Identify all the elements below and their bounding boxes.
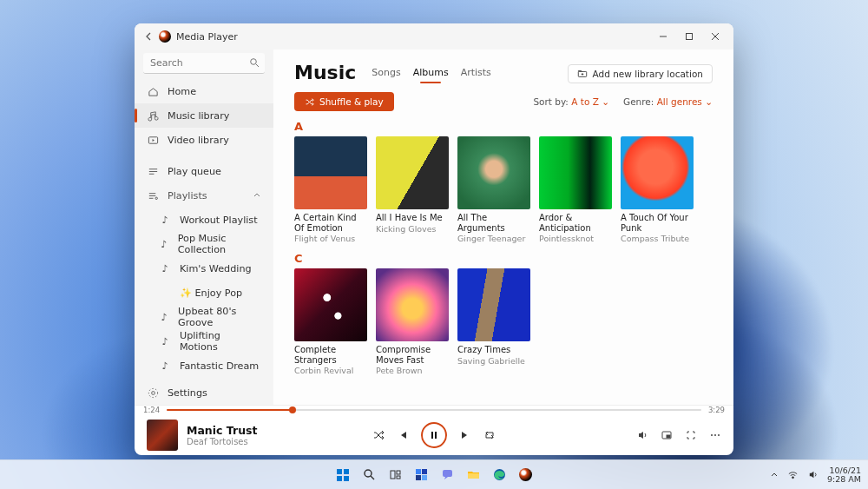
volume-tray-icon[interactable]	[807, 469, 819, 480]
sidebar-playlist-item[interactable]: ♪Workout Playlist	[135, 208, 273, 232]
sidebar-playlist-item[interactable]: ♪Uplifting Motions	[135, 329, 273, 354]
album-item[interactable]: Compromise Moves FastPete Brown	[376, 268, 449, 375]
search-input[interactable]	[143, 53, 265, 74]
mini-player-button[interactable]	[661, 429, 673, 441]
elapsed-time: 1:24	[143, 406, 160, 414]
svg-rect-17	[344, 476, 349, 481]
genre-label: Genre:	[623, 96, 654, 107]
titlebar: Media Player	[135, 23, 733, 50]
queue-icon	[147, 166, 159, 177]
sidebar-item-music-library[interactable]: Music library	[135, 103, 273, 128]
file-explorer-icon[interactable]	[463, 465, 483, 486]
maximize-button[interactable]	[676, 23, 702, 50]
app-title: Media Player	[176, 31, 650, 43]
svg-point-1	[251, 59, 257, 65]
album-cover	[294, 136, 367, 209]
minimize-button[interactable]	[650, 23, 676, 50]
search-box[interactable]	[143, 53, 265, 74]
button-label: Add new library location	[593, 69, 704, 79]
sidebar-item-label: Workout Playlist	[180, 215, 258, 226]
album-artist: Pete Brown	[376, 366, 449, 375]
album-item[interactable]: A Certain Kind Of EmotionFlight of Venus	[294, 136, 367, 243]
start-button[interactable]	[332, 465, 353, 486]
system-clock[interactable]: 10/6/21 9:28 AM	[827, 466, 861, 484]
wifi-icon[interactable]	[787, 469, 799, 480]
album-cover	[376, 268, 449, 341]
svg-point-29	[792, 477, 794, 479]
sidebar-item-label: Home	[168, 86, 196, 97]
previous-button[interactable]	[397, 429, 409, 441]
play-pause-button[interactable]	[421, 422, 447, 448]
sidebar-playlists-header[interactable]: Playlists	[135, 183, 273, 208]
genre-dropdown[interactable]: Genre: All genres ⌄	[623, 96, 713, 107]
sidebar-item-home[interactable]: Home	[135, 79, 273, 103]
sidebar-item-label: Upbeat 80's Groove	[178, 306, 261, 328]
next-button[interactable]	[459, 429, 471, 441]
svg-rect-15	[344, 469, 349, 474]
svg-point-11	[711, 434, 713, 436]
section-letter-c[interactable]: C	[294, 252, 713, 265]
add-library-location-button[interactable]: Add new library location	[568, 64, 713, 83]
album-title: Compromise Moves Fast	[376, 345, 449, 365]
album-artist: Corbin Revival	[294, 366, 367, 375]
svg-point-18	[365, 470, 372, 477]
chevron-up-icon	[253, 191, 261, 200]
album-item[interactable]: Ardor & AnticipationPointlessknot	[539, 136, 612, 243]
sidebar-item-play-queue[interactable]: Play queue	[135, 159, 273, 183]
close-button[interactable]	[702, 23, 728, 50]
svg-point-5	[148, 388, 157, 397]
section-letter-a[interactable]: A	[294, 120, 713, 133]
sidebar-item-settings[interactable]: Settings	[135, 380, 273, 405]
album-cover	[376, 136, 449, 209]
shuffle-icon	[305, 97, 314, 107]
album-item[interactable]: All The ArgumentsGinger Teenager	[457, 136, 530, 243]
taskbar[interactable]: 10/6/21 9:28 AM	[0, 459, 868, 489]
sort-value: A to Z	[571, 96, 599, 107]
playlist-icon	[147, 190, 159, 202]
task-view-icon[interactable]	[385, 465, 405, 486]
album-cover	[539, 136, 612, 209]
tab-artists[interactable]: Artists	[461, 67, 491, 82]
fullscreen-button[interactable]	[685, 429, 697, 441]
svg-rect-20	[397, 471, 400, 474]
more-button[interactable]	[709, 429, 721, 441]
back-button[interactable]	[140, 31, 159, 42]
album-item[interactable]: Crazy TimesSaving Gabrielle	[457, 268, 530, 375]
progress-bar[interactable]: 1:24 3:29	[135, 406, 733, 414]
now-playing-cover[interactable]	[147, 420, 178, 451]
chat-icon[interactable]	[437, 465, 457, 486]
repeat-toggle[interactable]	[483, 429, 496, 441]
album-artist: Saving Gabrielle	[457, 356, 530, 366]
search-taskbar-icon[interactable]	[358, 465, 379, 486]
tab-albums[interactable]: Albums	[413, 67, 449, 82]
sidebar-playlist-item[interactable]: ♪Pop Music Collection	[135, 232, 273, 256]
shuffle-toggle[interactable]	[372, 429, 385, 441]
widgets-icon[interactable]	[411, 465, 431, 486]
video-icon	[147, 135, 159, 146]
content-tabs: Songs Albums Artists	[372, 67, 491, 83]
sidebar-playlist-item[interactable]: ♪Upbeat 80's Groove	[135, 305, 273, 329]
sidebar-playlist-item[interactable]: ♪Fantastic Dream	[135, 354, 273, 378]
app-icon	[159, 30, 171, 43]
progress-track[interactable]	[167, 409, 701, 411]
album-item[interactable]: Complete StrangersCorbin Revival	[294, 268, 367, 375]
sidebar-item-video-library[interactable]: Video library	[135, 128, 273, 152]
sidebar-playlist-item[interactable]: ♪Kim's Wedding	[135, 256, 273, 281]
sort-by-dropdown[interactable]: Sort by: A to Z ⌄	[533, 96, 609, 107]
shuffle-play-button[interactable]: Shuffle & play	[294, 92, 394, 111]
album-scroll-area[interactable]: A A Certain Kind Of EmotionFlight of Ven…	[273, 115, 733, 405]
tray-chevron-icon[interactable]	[770, 471, 779, 479]
edge-icon[interactable]	[489, 465, 510, 486]
progress-thumb[interactable]	[289, 406, 296, 413]
sort-label: Sort by:	[533, 96, 569, 107]
media-player-taskbar-icon[interactable]	[515, 465, 536, 486]
volume-button[interactable]	[636, 429, 648, 441]
main-content: Music Songs Albums Artists Add new libra…	[273, 50, 733, 405]
home-icon	[147, 86, 159, 97]
genre-value: All genres	[657, 96, 702, 107]
tab-songs[interactable]: Songs	[372, 67, 400, 82]
album-item[interactable]: All I Have Is MeKicking Gloves	[376, 136, 449, 243]
album-item[interactable]: A Touch Of Your PunkCompass Tribute	[621, 136, 694, 243]
sidebar-playlist-item[interactable]: ✨ Enjoy Pop	[135, 281, 273, 305]
album-title: A Touch Of Your Punk	[621, 213, 694, 233]
